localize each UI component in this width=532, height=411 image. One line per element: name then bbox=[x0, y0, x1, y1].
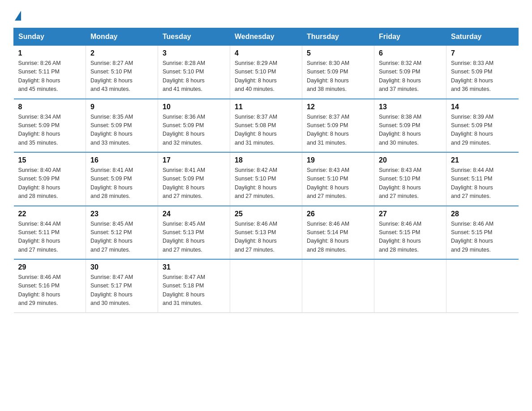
day-number: 6 bbox=[379, 49, 442, 57]
day-info: Sunrise: 8:41 AMSunset: 5:09 PMDaylight:… bbox=[163, 166, 225, 201]
day-info: Sunrise: 8:42 AMSunset: 5:10 PMDaylight:… bbox=[235, 166, 297, 201]
day-number: 4 bbox=[235, 49, 297, 57]
day-info: Sunrise: 8:38 AMSunset: 5:09 PMDaylight:… bbox=[379, 113, 442, 148]
calendar-week-row: 8 Sunrise: 8:34 AMSunset: 5:09 PMDayligh… bbox=[14, 99, 519, 153]
day-number: 8 bbox=[18, 103, 82, 111]
day-number: 30 bbox=[90, 263, 153, 271]
day-number: 15 bbox=[18, 156, 82, 164]
day-info: Sunrise: 8:35 AMSunset: 5:09 PMDaylight:… bbox=[90, 113, 153, 148]
day-info: Sunrise: 8:43 AMSunset: 5:10 PMDaylight:… bbox=[307, 166, 369, 201]
calendar-cell: 24 Sunrise: 8:45 AMSunset: 5:13 PMDaylig… bbox=[158, 206, 230, 260]
day-number: 24 bbox=[163, 210, 225, 218]
calendar-cell: 25 Sunrise: 8:46 AMSunset: 5:13 PMDaylig… bbox=[230, 206, 302, 260]
day-number: 14 bbox=[451, 103, 514, 111]
day-info: Sunrise: 8:34 AMSunset: 5:09 PMDaylight:… bbox=[18, 113, 82, 148]
calendar-cell: 2 Sunrise: 8:27 AMSunset: 5:10 PMDayligh… bbox=[86, 46, 158, 99]
header-cell-thursday: Thursday bbox=[302, 28, 374, 46]
day-info: Sunrise: 8:44 AMSunset: 5:11 PMDaylight:… bbox=[451, 166, 514, 201]
header-cell-sunday: Sunday bbox=[14, 28, 86, 46]
header-cell-friday: Friday bbox=[374, 28, 446, 46]
day-info: Sunrise: 8:37 AMSunset: 5:08 PMDaylight:… bbox=[235, 113, 297, 148]
day-number: 28 bbox=[451, 210, 514, 218]
day-info: Sunrise: 8:44 AMSunset: 5:11 PMDaylight:… bbox=[18, 220, 82, 255]
calendar-cell bbox=[302, 259, 374, 313]
day-info: Sunrise: 8:30 AMSunset: 5:09 PMDaylight:… bbox=[307, 59, 369, 94]
day-number: 13 bbox=[379, 103, 442, 111]
day-number: 10 bbox=[163, 103, 225, 111]
logo-triangle-icon bbox=[15, 11, 21, 21]
day-number: 20 bbox=[379, 156, 442, 164]
day-info: Sunrise: 8:46 AMSunset: 5:14 PMDaylight:… bbox=[307, 220, 369, 255]
calendar-header-row: SundayMondayTuesdayWednesdayThursdayFrid… bbox=[14, 28, 519, 46]
calendar-cell: 14 Sunrise: 8:39 AMSunset: 5:09 PMDaylig… bbox=[446, 99, 519, 153]
day-info: Sunrise: 8:40 AMSunset: 5:09 PMDaylight:… bbox=[18, 166, 82, 201]
day-info: Sunrise: 8:47 AMSunset: 5:18 PMDaylight:… bbox=[163, 273, 225, 308]
calendar-cell: 4 Sunrise: 8:29 AMSunset: 5:10 PMDayligh… bbox=[230, 46, 302, 99]
calendar-cell: 13 Sunrise: 8:38 AMSunset: 5:09 PMDaylig… bbox=[374, 99, 446, 153]
day-number: 9 bbox=[90, 103, 153, 111]
calendar-cell: 11 Sunrise: 8:37 AMSunset: 5:08 PMDaylig… bbox=[230, 99, 302, 153]
calendar-cell: 27 Sunrise: 8:46 AMSunset: 5:15 PMDaylig… bbox=[374, 206, 446, 260]
header-cell-wednesday: Wednesday bbox=[230, 28, 302, 46]
day-number: 19 bbox=[307, 156, 369, 164]
calendar-cell: 12 Sunrise: 8:37 AMSunset: 5:09 PMDaylig… bbox=[302, 99, 374, 153]
day-number: 31 bbox=[163, 263, 225, 271]
day-number: 27 bbox=[379, 210, 442, 218]
day-number: 3 bbox=[163, 49, 225, 57]
day-number: 17 bbox=[163, 156, 225, 164]
calendar-cell: 3 Sunrise: 8:28 AMSunset: 5:10 PMDayligh… bbox=[158, 46, 230, 99]
calendar-cell: 21 Sunrise: 8:44 AMSunset: 5:11 PMDaylig… bbox=[446, 152, 519, 206]
header-cell-monday: Monday bbox=[86, 28, 158, 46]
day-number: 1 bbox=[18, 49, 82, 57]
day-info: Sunrise: 8:45 AMSunset: 5:13 PMDaylight:… bbox=[163, 220, 225, 255]
header-cell-saturday: Saturday bbox=[446, 28, 519, 46]
day-info: Sunrise: 8:45 AMSunset: 5:12 PMDaylight:… bbox=[90, 220, 153, 255]
calendar-cell: 31 Sunrise: 8:47 AMSunset: 5:18 PMDaylig… bbox=[158, 259, 230, 313]
calendar-cell: 22 Sunrise: 8:44 AMSunset: 5:11 PMDaylig… bbox=[14, 206, 86, 260]
day-info: Sunrise: 8:29 AMSunset: 5:10 PMDaylight:… bbox=[235, 59, 297, 94]
calendar-cell: 10 Sunrise: 8:36 AMSunset: 5:09 PMDaylig… bbox=[158, 99, 230, 153]
day-info: Sunrise: 8:46 AMSunset: 5:16 PMDaylight:… bbox=[18, 273, 82, 308]
calendar-cell bbox=[230, 259, 302, 313]
calendar-week-row: 1 Sunrise: 8:26 AMSunset: 5:11 PMDayligh… bbox=[14, 46, 519, 99]
page-header bbox=[13, 9, 519, 20]
calendar-week-row: 29 Sunrise: 8:46 AMSunset: 5:16 PMDaylig… bbox=[14, 259, 519, 313]
calendar-cell: 5 Sunrise: 8:30 AMSunset: 5:09 PMDayligh… bbox=[302, 46, 374, 99]
day-number: 25 bbox=[235, 210, 297, 218]
day-number: 2 bbox=[90, 49, 153, 57]
calendar-cell: 6 Sunrise: 8:32 AMSunset: 5:09 PMDayligh… bbox=[374, 46, 446, 99]
day-info: Sunrise: 8:36 AMSunset: 5:09 PMDaylight:… bbox=[163, 113, 225, 148]
calendar-cell: 8 Sunrise: 8:34 AMSunset: 5:09 PMDayligh… bbox=[14, 99, 86, 153]
day-number: 7 bbox=[451, 49, 514, 57]
day-number: 5 bbox=[307, 49, 369, 57]
calendar-cell: 9 Sunrise: 8:35 AMSunset: 5:09 PMDayligh… bbox=[86, 99, 158, 153]
calendar-cell: 30 Sunrise: 8:47 AMSunset: 5:17 PMDaylig… bbox=[86, 259, 158, 313]
calendar-cell bbox=[446, 259, 519, 313]
day-number: 21 bbox=[451, 156, 514, 164]
calendar-cell: 7 Sunrise: 8:33 AMSunset: 5:09 PMDayligh… bbox=[446, 46, 519, 99]
day-number: 12 bbox=[307, 103, 369, 111]
day-info: Sunrise: 8:33 AMSunset: 5:09 PMDaylight:… bbox=[451, 59, 514, 94]
calendar-cell: 18 Sunrise: 8:42 AMSunset: 5:10 PMDaylig… bbox=[230, 152, 302, 206]
day-number: 18 bbox=[235, 156, 297, 164]
day-number: 16 bbox=[90, 156, 153, 164]
calendar-cell: 1 Sunrise: 8:26 AMSunset: 5:11 PMDayligh… bbox=[14, 46, 86, 99]
day-info: Sunrise: 8:37 AMSunset: 5:09 PMDaylight:… bbox=[307, 113, 369, 148]
calendar-cell bbox=[374, 259, 446, 313]
calendar-cell: 26 Sunrise: 8:46 AMSunset: 5:14 PMDaylig… bbox=[302, 206, 374, 260]
day-info: Sunrise: 8:46 AMSunset: 5:13 PMDaylight:… bbox=[235, 220, 297, 255]
calendar-week-row: 22 Sunrise: 8:44 AMSunset: 5:11 PMDaylig… bbox=[14, 206, 519, 260]
day-number: 29 bbox=[18, 263, 82, 271]
calendar-cell: 17 Sunrise: 8:41 AMSunset: 5:09 PMDaylig… bbox=[158, 152, 230, 206]
day-info: Sunrise: 8:43 AMSunset: 5:10 PMDaylight:… bbox=[379, 166, 442, 201]
day-number: 22 bbox=[18, 210, 82, 218]
calendar-cell: 15 Sunrise: 8:40 AMSunset: 5:09 PMDaylig… bbox=[14, 152, 86, 206]
day-info: Sunrise: 8:46 AMSunset: 5:15 PMDaylight:… bbox=[379, 220, 442, 255]
header-cell-tuesday: Tuesday bbox=[158, 28, 230, 46]
day-info: Sunrise: 8:41 AMSunset: 5:09 PMDaylight:… bbox=[90, 166, 153, 201]
day-info: Sunrise: 8:28 AMSunset: 5:10 PMDaylight:… bbox=[163, 59, 225, 94]
calendar-table: SundayMondayTuesdayWednesdayThursdayFrid… bbox=[13, 28, 519, 313]
calendar-cell: 29 Sunrise: 8:46 AMSunset: 5:16 PMDaylig… bbox=[14, 259, 86, 313]
day-info: Sunrise: 8:32 AMSunset: 5:09 PMDaylight:… bbox=[379, 59, 442, 94]
day-info: Sunrise: 8:26 AMSunset: 5:11 PMDaylight:… bbox=[18, 59, 82, 94]
